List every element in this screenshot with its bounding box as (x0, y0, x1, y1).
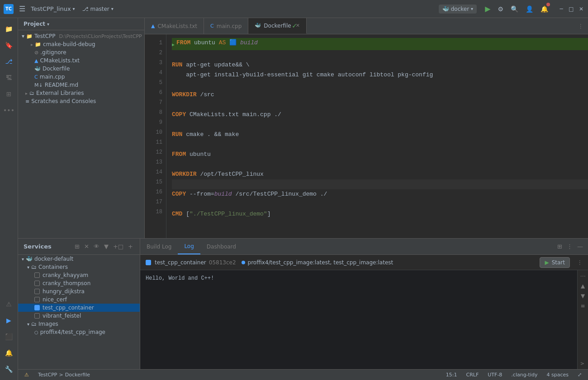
image-proffix4[interactable]: ○ proffix4/test_cpp_image (18, 328, 140, 336)
editor-area: Project ▾ ▾ 📁 TestCPP D:\Projects\CLionP… (18, 18, 588, 238)
services-add-button[interactable]: +□ (112, 242, 125, 251)
code-line-16: COPY --from= build /src/TestCPP_linux_de… (172, 189, 588, 199)
containers-group[interactable]: ▾ 🗂 Containers (18, 263, 140, 271)
tab-dockerfile[interactable]: 🐳 Dockerfile ✕ ✓ (248, 18, 307, 34)
container-vibrant-feistel[interactable]: vibrant_feistel (18, 312, 140, 320)
collapse-log-button[interactable]: — (576, 242, 584, 251)
container-cranky-thompson[interactable]: cranky_thompson (18, 279, 140, 287)
project-chevron-icon: ▾ (73, 6, 75, 11)
status-encoding[interactable]: UTF-8 (485, 372, 505, 378)
close-button[interactable]: ✕ (578, 6, 584, 12)
terminal-button[interactable]: ⬛ (2, 329, 16, 344)
project-tree: ▾ 📁 TestCPP D:\Projects\CLionProjects\Te… (18, 30, 144, 238)
code-line-7 (172, 100, 588, 110)
container-hungry-dijkstra[interactable]: hungry_dijkstra (18, 287, 140, 296)
docker-icon: 🐳 (442, 6, 449, 12)
wrap-lines-button[interactable]: ⋯ (579, 272, 587, 280)
services-expand-button[interactable]: ⊞ (73, 242, 81, 251)
notifications-panel-button[interactable]: 🔔 (2, 346, 16, 360)
tree-item-external-libs[interactable]: ▸ 🗂 External Libraries (18, 89, 144, 97)
maximize-button[interactable]: □ (568, 6, 574, 12)
vibrant-feistel-label: vibrant_feistel (43, 313, 81, 319)
log-tab-log[interactable]: Log (178, 239, 200, 254)
container-info-bar: test_cpp_container 05813ce2 proffix4/tes… (140, 255, 588, 270)
images-group[interactable]: ▾ 🗂 Images (18, 320, 140, 328)
code-content[interactable]: 1 2 3 4 5 6 7 8 9 10 11 12 13 14 (145, 34, 588, 238)
tree-root[interactable]: ▾ 📁 TestCPP D:\Projects\CLionProjects\Te… (18, 32, 144, 40)
start-button[interactable]: ▶ Start (540, 257, 570, 268)
gitignore-icon: ⊘ (34, 50, 38, 56)
services-close-button[interactable]: ✕ (83, 242, 90, 251)
code-line-5 (172, 80, 588, 90)
run-button[interactable]: ▶ (484, 4, 491, 14)
services-filter-button[interactable]: ▼ (103, 242, 110, 251)
project-view-button[interactable]: 📁 (2, 22, 16, 36)
status-formatter[interactable]: .clang-tidy (508, 372, 540, 378)
cranky-thompson-label: cranky_thompson (43, 280, 90, 286)
branch-selector[interactable]: ⎇ master ▾ (82, 6, 114, 12)
ide-services-button[interactable]: 🔧 (2, 362, 16, 376)
images-expand-icon: ▾ (27, 322, 29, 327)
tab-more-button[interactable]: ⋮ (574, 18, 588, 34)
container-name-label: test_cpp_container (155, 259, 206, 266)
log-tab-build[interactable]: Build Log (140, 239, 178, 254)
status-line-ending[interactable]: CRLF (464, 372, 482, 378)
docker-selector[interactable]: 🐳 docker ▾ (439, 5, 477, 14)
notifications-icon[interactable]: 🔔 (540, 5, 549, 14)
plugins-button[interactable]: ⊞ (2, 87, 16, 101)
container-cranky-khayyam[interactable]: cranky_khayyam (18, 271, 140, 279)
tab-main-cpp[interactable]: C main.cpp (204, 18, 248, 34)
profile-icon[interactable]: 👤 (525, 5, 534, 14)
services-log-panel: Build Log Log Dashboard ⊞ ⋮ — (140, 239, 588, 369)
services-plus-button[interactable]: + (127, 242, 134, 251)
docker-default-item[interactable]: ▾ 🐳 docker-default (18, 255, 140, 263)
scroll-end-button[interactable]: ≡ (579, 302, 586, 310)
tree-item-cmakelists[interactable]: ▲ CMakeLists.txt (18, 56, 144, 65)
status-expand[interactable]: ⤢ (575, 372, 584, 378)
services-view-button[interactable]: 👁 (92, 242, 101, 251)
hamburger-menu[interactable]: ☰ (17, 3, 27, 15)
scroll-up-button[interactable]: ▲ (580, 282, 586, 290)
tree-item-readme[interactable]: M↓ README.md (18, 81, 144, 89)
status-project-name: TestCPP (38, 372, 57, 378)
container-more-button[interactable]: ⋮ (577, 259, 583, 266)
status-project[interactable]: TestCPP > Dockerfile (35, 372, 93, 378)
line-num-5: 5 (145, 78, 162, 88)
container-test-cpp[interactable]: test_cpp_container (18, 304, 140, 312)
more-log-button[interactable]: ⋮ (565, 242, 574, 251)
status-position[interactable]: 15:1 (443, 372, 460, 378)
expand-icon: ⤢ (578, 372, 582, 378)
minimize-button[interactable]: ─ (558, 6, 564, 12)
code-line-6: WORKDIR /src (172, 90, 588, 100)
line-num-14: 14 (145, 167, 162, 177)
scroll-right-indicator[interactable]: > (580, 361, 584, 366)
code-line-10: RUN cmake . && make (172, 130, 588, 140)
project-panel-header[interactable]: Project ▾ (18, 18, 144, 30)
project-selector[interactable]: TestCPP_linux ▾ (31, 5, 75, 12)
expand-log-button[interactable]: ⊞ (556, 242, 564, 251)
tab-cmakelists[interactable]: ▲ CMakeLists.txt (145, 18, 204, 34)
container-nice-cerf[interactable]: nice_cerf (18, 296, 140, 304)
tree-item-main-cpp[interactable]: C main.cpp (18, 73, 144, 81)
code-line-9 (172, 120, 588, 130)
scroll-down-button[interactable]: ▼ (580, 292, 586, 300)
search-icon[interactable]: 🔍 (510, 5, 519, 14)
settings-icon[interactable]: ⚙ (497, 5, 504, 14)
status-indent[interactable]: 4 spaces (544, 372, 572, 378)
icon-bar: 📁 🔖 ⎇ 🏗 ⊞ ••• ⚠ ▶ ⬛ 🔔 🔧 (0, 18, 18, 380)
tree-item-gitignore[interactable]: ⊘ .gitignore (18, 48, 144, 56)
problems-button[interactable]: ⚠ (2, 297, 16, 311)
status-warning[interactable]: ⚠ (22, 372, 32, 378)
log-tab-dashboard[interactable]: Dashboard (200, 239, 242, 254)
line-num-13: 13 (145, 157, 162, 167)
tree-item-scratches[interactable]: ≡ Scratches and Consoles (18, 97, 144, 105)
structure-button[interactable]: 🏗 (2, 70, 16, 85)
more-tools-button[interactable]: ••• (2, 103, 16, 117)
tree-item-cmake-build[interactable]: ▸ 📁 cmake-build-debug (18, 40, 144, 48)
git-button[interactable]: ⎇ (2, 54, 16, 69)
line-num-2: 2 (145, 48, 162, 58)
tree-item-dockerfile[interactable]: 🐳 Dockerfile (18, 65, 144, 73)
formatter-label: .clang-tidy (511, 372, 537, 378)
bookmarks-button[interactable]: 🔖 (2, 38, 16, 52)
run-panel-button[interactable]: ▶ (2, 313, 16, 328)
